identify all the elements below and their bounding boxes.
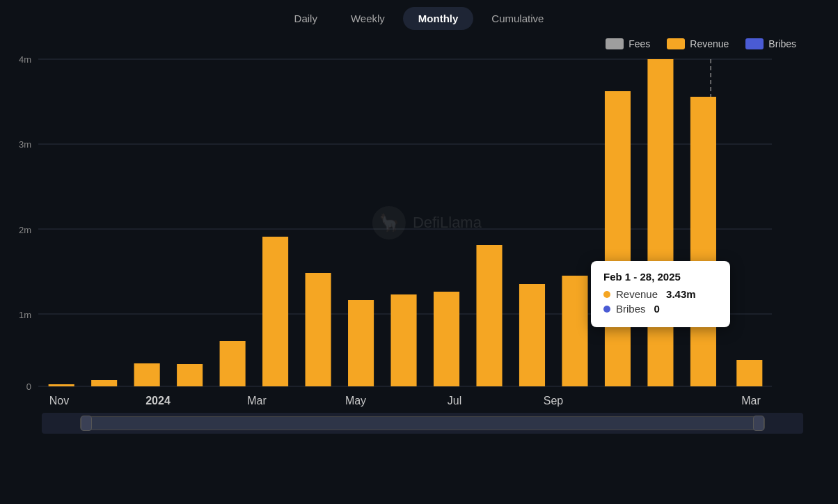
tooltip: Feb 1 - 28, 2025 Revenue 3.43m Bribes 0 xyxy=(591,261,730,327)
bar-sep xyxy=(519,284,545,386)
tooltip-bribes-label: Bribes xyxy=(616,303,646,315)
bar-jul xyxy=(434,292,459,386)
scrollbar-handle-left[interactable] xyxy=(81,416,92,431)
bar-nov xyxy=(91,380,117,386)
tab-weekly[interactable]: Weekly xyxy=(335,7,400,30)
tooltip-bribes-row: Bribes 0 xyxy=(603,303,718,315)
bar-feb24 xyxy=(220,341,246,386)
tooltip-revenue-label: Revenue xyxy=(616,288,658,300)
bar-may xyxy=(348,300,374,386)
fees-label: Fees xyxy=(628,38,650,49)
bar-feb25 xyxy=(736,360,762,386)
legend-revenue: Revenue xyxy=(667,38,729,49)
bar-dec2 xyxy=(647,59,673,386)
fees-swatch xyxy=(606,38,624,49)
tab-monthly[interactable]: Monthly xyxy=(403,7,474,30)
y-label-1m: 1m xyxy=(19,310,31,320)
scrollbar-handle-right[interactable] xyxy=(753,416,764,431)
revenue-label: Revenue xyxy=(690,38,729,49)
revenue-swatch xyxy=(667,38,685,49)
tooltip-date: Feb 1 - 28, 2025 xyxy=(603,271,718,283)
y-label-3m: 3m xyxy=(19,139,31,150)
bribes-label: Bribes xyxy=(768,38,796,49)
y-axis: 4m 3m 2m 1m 0 xyxy=(0,52,38,393)
tooltip-revenue-row: Revenue 3.43m xyxy=(603,288,718,300)
bar-jun xyxy=(391,294,417,386)
tab-bar: Daily Weekly Monthly Cumulative xyxy=(0,0,838,36)
tooltip-bribes-dot xyxy=(603,306,610,313)
y-label-0: 0 xyxy=(26,381,31,392)
tooltip-revenue-dot xyxy=(603,291,610,298)
scrollbar-thumb[interactable] xyxy=(80,416,766,430)
bar-oct2 xyxy=(562,276,587,386)
bar-jan25 xyxy=(690,97,716,386)
x-label-empty xyxy=(638,395,666,407)
bribes-swatch xyxy=(745,38,764,49)
tab-cumulative[interactable]: Cumulative xyxy=(476,7,559,30)
bar-oct xyxy=(49,384,74,386)
y-label-4m: 4m xyxy=(19,54,31,64)
x-label-jul: Jul xyxy=(441,395,468,407)
y-label-2m: 2m xyxy=(19,224,31,235)
x-label-mar2: Mar xyxy=(737,395,765,407)
x-label-2024: 2024 xyxy=(144,395,172,407)
bar-mar xyxy=(262,237,288,386)
legend-bribes: Bribes xyxy=(745,38,796,49)
tab-daily[interactable]: Daily xyxy=(279,7,333,30)
x-label-sep: Sep xyxy=(539,395,567,407)
legend: Fees Revenue Bribes xyxy=(0,36,838,52)
chart-svg xyxy=(38,52,772,393)
bar-aug xyxy=(476,245,502,386)
tooltip-bribes-value: 0 xyxy=(654,303,660,315)
legend-fees: Fees xyxy=(606,38,650,49)
x-label-may: May xyxy=(342,395,370,407)
x-label-nov: Nov xyxy=(45,395,73,407)
tooltip-revenue-value: 3.43m xyxy=(666,288,696,300)
bar-dec xyxy=(134,363,160,386)
x-label-mar: Mar xyxy=(243,395,271,407)
scrollbar[interactable] xyxy=(42,413,803,434)
bar-nov2 xyxy=(605,91,631,386)
bar-jan24 xyxy=(177,364,203,386)
bar-apr xyxy=(306,273,331,386)
chart-container: Daily Weekly Monthly Cumulative Fees Rev… xyxy=(0,0,838,504)
